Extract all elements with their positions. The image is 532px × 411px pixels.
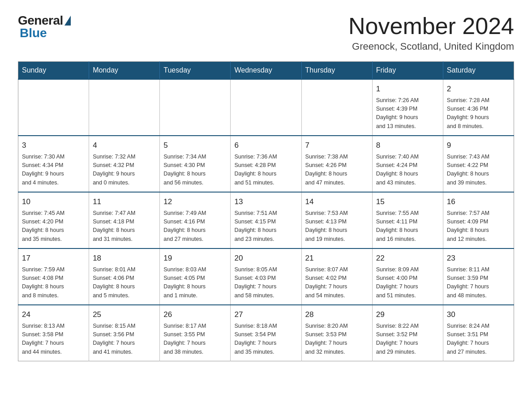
day-info: Sunrise: 7:55 AMSunset: 4:11 PMDaylight:… (376, 209, 439, 244)
day-cell-10: 10Sunrise: 7:45 AMSunset: 4:20 PMDayligh… (18, 192, 89, 248)
day-number: 7 (305, 140, 369, 151)
day-number: 5 (163, 140, 227, 151)
day-header-wednesday: Wednesday (231, 62, 301, 80)
day-info: Sunrise: 8:01 AMSunset: 4:06 PMDaylight:… (93, 265, 156, 300)
day-number: 19 (163, 253, 227, 264)
day-info: Sunrise: 8:20 AMSunset: 3:53 PMDaylight:… (305, 322, 369, 357)
day-info: Sunrise: 8:11 AMSunset: 3:59 PMDaylight:… (447, 265, 510, 300)
month-title: November 2024 (348, 13, 514, 39)
day-info: Sunrise: 7:32 AMSunset: 4:32 PMDaylight:… (93, 153, 156, 188)
day-number: 15 (376, 196, 439, 208)
day-number: 23 (447, 253, 510, 264)
day-number: 10 (22, 196, 85, 208)
day-cell-3: 3Sunrise: 7:30 AMSunset: 4:34 PMDaylight… (18, 136, 89, 192)
logo-triangle-icon (64, 16, 71, 26)
day-cell-12: 12Sunrise: 7:49 AMSunset: 4:16 PMDayligh… (160, 192, 231, 248)
day-cell-23: 23Sunrise: 8:11 AMSunset: 3:59 PMDayligh… (443, 248, 514, 305)
week-row-2: 3Sunrise: 7:30 AMSunset: 4:34 PMDaylight… (18, 136, 514, 192)
day-info: Sunrise: 8:13 AMSunset: 3:58 PMDaylight:… (22, 322, 85, 357)
day-header-friday: Friday (372, 62, 443, 80)
day-cell-1: 1Sunrise: 7:26 AMSunset: 4:39 PMDaylight… (372, 79, 443, 136)
empty-cell (231, 79, 301, 136)
day-header-tuesday: Tuesday (160, 62, 231, 80)
day-number: 11 (93, 196, 156, 208)
day-cell-28: 28Sunrise: 8:20 AMSunset: 3:53 PMDayligh… (301, 305, 372, 361)
day-cell-9: 9Sunrise: 7:43 AMSunset: 4:22 PMDaylight… (443, 136, 514, 192)
day-cell-24: 24Sunrise: 8:13 AMSunset: 3:58 PMDayligh… (18, 305, 89, 361)
day-number: 29 (376, 309, 439, 321)
day-cell-25: 25Sunrise: 8:15 AMSunset: 3:56 PMDayligh… (89, 305, 160, 361)
day-number: 14 (305, 196, 369, 208)
day-info: Sunrise: 7:59 AMSunset: 4:08 PMDaylight:… (22, 265, 85, 300)
day-info: Sunrise: 8:07 AMSunset: 4:02 PMDaylight:… (305, 265, 369, 300)
day-number: 9 (447, 140, 510, 151)
day-cell-8: 8Sunrise: 7:40 AMSunset: 4:24 PMDaylight… (372, 136, 443, 192)
day-info: Sunrise: 8:05 AMSunset: 4:03 PMDaylight:… (234, 265, 297, 300)
day-info: Sunrise: 8:22 AMSunset: 3:52 PMDaylight:… (376, 322, 439, 357)
day-number: 24 (22, 309, 85, 321)
day-cell-6: 6Sunrise: 7:36 AMSunset: 4:28 PMDaylight… (231, 136, 301, 192)
day-cell-26: 26Sunrise: 8:17 AMSunset: 3:55 PMDayligh… (160, 305, 231, 361)
day-header-thursday: Thursday (301, 62, 372, 80)
day-info: Sunrise: 8:03 AMSunset: 4:05 PMDaylight:… (163, 265, 227, 300)
day-number: 25 (93, 309, 156, 321)
day-number: 6 (234, 140, 297, 151)
day-cell-11: 11Sunrise: 7:47 AMSunset: 4:18 PMDayligh… (89, 192, 160, 248)
day-cell-16: 16Sunrise: 7:57 AMSunset: 4:09 PMDayligh… (443, 192, 514, 248)
day-info: Sunrise: 7:47 AMSunset: 4:18 PMDaylight:… (93, 209, 156, 244)
day-info: Sunrise: 7:40 AMSunset: 4:24 PMDaylight:… (376, 153, 439, 188)
day-info: Sunrise: 7:45 AMSunset: 4:20 PMDaylight:… (22, 209, 85, 244)
day-number: 4 (93, 140, 156, 151)
day-header-monday: Monday (89, 62, 160, 80)
day-info: Sunrise: 7:34 AMSunset: 4:30 PMDaylight:… (163, 153, 227, 188)
day-info: Sunrise: 7:36 AMSunset: 4:28 PMDaylight:… (234, 153, 297, 188)
title-area: November 2024 Greenock, Scotland, United… (348, 13, 514, 52)
day-info: Sunrise: 7:28 AMSunset: 4:36 PMDaylight:… (447, 96, 510, 131)
day-number: 20 (234, 253, 297, 264)
day-cell-21: 21Sunrise: 8:07 AMSunset: 4:02 PMDayligh… (301, 248, 372, 305)
logo: General Blue (18, 13, 71, 40)
day-header-saturday: Saturday (443, 62, 514, 80)
day-number: 27 (234, 309, 297, 321)
day-number: 30 (447, 309, 510, 321)
day-cell-7: 7Sunrise: 7:38 AMSunset: 4:26 PMDaylight… (301, 136, 372, 192)
day-info: Sunrise: 7:43 AMSunset: 4:22 PMDaylight:… (447, 153, 510, 188)
day-number: 1 (376, 83, 439, 95)
day-cell-15: 15Sunrise: 7:55 AMSunset: 4:11 PMDayligh… (372, 192, 443, 248)
day-info: Sunrise: 7:30 AMSunset: 4:34 PMDaylight:… (22, 153, 85, 188)
day-cell-13: 13Sunrise: 7:51 AMSunset: 4:15 PMDayligh… (231, 192, 301, 248)
day-number: 18 (93, 253, 156, 264)
location-title: Greenock, Scotland, United Kingdom (348, 41, 514, 52)
empty-cell (89, 79, 160, 136)
day-number: 2 (447, 83, 510, 95)
day-info: Sunrise: 7:51 AMSunset: 4:15 PMDaylight:… (234, 209, 297, 244)
day-cell-19: 19Sunrise: 8:03 AMSunset: 4:05 PMDayligh… (160, 248, 231, 305)
day-cell-18: 18Sunrise: 8:01 AMSunset: 4:06 PMDayligh… (89, 248, 160, 305)
day-info: Sunrise: 7:26 AMSunset: 4:39 PMDaylight:… (376, 96, 439, 131)
day-number: 28 (305, 309, 369, 321)
day-info: Sunrise: 8:09 AMSunset: 4:00 PMDaylight:… (376, 265, 439, 300)
week-row-1: 1Sunrise: 7:26 AMSunset: 4:39 PMDaylight… (18, 79, 514, 136)
week-row-5: 24Sunrise: 8:13 AMSunset: 3:58 PMDayligh… (18, 305, 514, 361)
empty-cell (160, 79, 231, 136)
day-cell-29: 29Sunrise: 8:22 AMSunset: 3:52 PMDayligh… (372, 305, 443, 361)
day-cell-20: 20Sunrise: 8:05 AMSunset: 4:03 PMDayligh… (231, 248, 301, 305)
day-headers-row: SundayMondayTuesdayWednesdayThursdayFrid… (18, 62, 514, 80)
day-number: 17 (22, 253, 85, 264)
day-number: 16 (447, 196, 510, 208)
day-info: Sunrise: 8:24 AMSunset: 3:51 PMDaylight:… (447, 322, 510, 357)
day-number: 3 (22, 140, 85, 151)
day-number: 13 (234, 196, 297, 208)
day-number: 8 (376, 140, 439, 151)
day-number: 26 (163, 309, 227, 321)
day-info: Sunrise: 7:38 AMSunset: 4:26 PMDaylight:… (305, 153, 369, 188)
day-info: Sunrise: 8:15 AMSunset: 3:56 PMDaylight:… (93, 322, 156, 357)
empty-cell (301, 79, 372, 136)
day-header-sunday: Sunday (18, 62, 89, 80)
day-cell-5: 5Sunrise: 7:34 AMSunset: 4:30 PMDaylight… (160, 136, 231, 192)
day-cell-2: 2Sunrise: 7:28 AMSunset: 4:36 PMDaylight… (443, 79, 514, 136)
header: General Blue November 2024 Greenock, Sco… (18, 13, 514, 52)
day-cell-30: 30Sunrise: 8:24 AMSunset: 3:51 PMDayligh… (443, 305, 514, 361)
day-cell-22: 22Sunrise: 8:09 AMSunset: 4:00 PMDayligh… (372, 248, 443, 305)
day-number: 12 (163, 196, 227, 208)
